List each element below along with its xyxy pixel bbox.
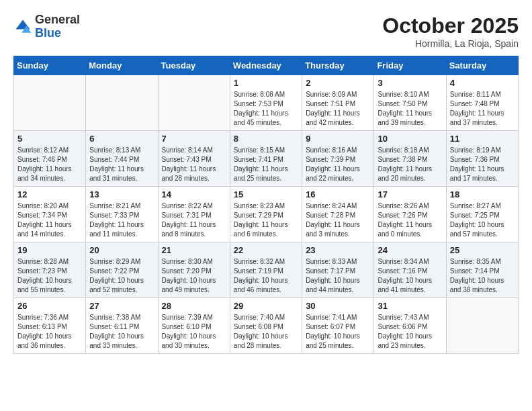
day-info: Sunrise: 8:08 AM Sunset: 7:53 PM Dayligh… <box>234 90 298 128</box>
logo-text: General Blue <box>35 13 80 40</box>
title-block: October 2025 Hormilla, La Rioja, Spain <box>382 13 519 49</box>
day-number: 26 <box>17 301 82 311</box>
calendar-table: SundayMondayTuesdayWednesdayThursdayFrid… <box>13 56 519 354</box>
calendar-cell: 8Sunrise: 8:15 AM Sunset: 7:41 PM Daylig… <box>230 131 302 187</box>
weekday-header: Wednesday <box>230 56 302 75</box>
calendar-cell: 23Sunrise: 8:33 AM Sunset: 7:17 PM Dayli… <box>302 242 374 298</box>
day-info: Sunrise: 8:09 AM Sunset: 7:51 PM Dayligh… <box>306 90 370 128</box>
day-number: 2 <box>306 78 370 88</box>
calendar-cell: 1Sunrise: 8:08 AM Sunset: 7:53 PM Daylig… <box>230 75 302 131</box>
day-info: Sunrise: 8:21 AM Sunset: 7:33 PM Dayligh… <box>89 201 154 239</box>
calendar-week-row: 19Sunrise: 8:28 AM Sunset: 7:23 PM Dayli… <box>14 242 519 298</box>
calendar-cell <box>158 75 230 131</box>
calendar-week-row: 12Sunrise: 8:20 AM Sunset: 7:34 PM Dayli… <box>14 187 519 242</box>
weekday-header-row: SundayMondayTuesdayWednesdayThursdayFrid… <box>14 56 519 75</box>
calendar-week-row: 1Sunrise: 8:08 AM Sunset: 7:53 PM Daylig… <box>14 75 519 131</box>
calendar-cell: 31Sunrise: 7:43 AM Sunset: 6:06 PM Dayli… <box>374 298 446 354</box>
calendar-cell <box>86 75 158 131</box>
day-number: 30 <box>306 301 370 311</box>
day-info: Sunrise: 8:24 AM Sunset: 7:28 PM Dayligh… <box>306 201 370 239</box>
calendar-cell: 6Sunrise: 8:13 AM Sunset: 7:44 PM Daylig… <box>86 131 158 187</box>
calendar-cell: 28Sunrise: 7:39 AM Sunset: 6:10 PM Dayli… <box>158 298 230 354</box>
calendar-cell <box>14 75 86 131</box>
day-number: 19 <box>17 245 82 255</box>
day-info: Sunrise: 8:30 AM Sunset: 7:20 PM Dayligh… <box>162 257 226 295</box>
calendar-cell: 9Sunrise: 8:16 AM Sunset: 7:39 PM Daylig… <box>302 131 374 187</box>
day-info: Sunrise: 8:16 AM Sunset: 7:39 PM Dayligh… <box>306 146 370 183</box>
calendar-cell: 19Sunrise: 8:28 AM Sunset: 7:23 PM Dayli… <box>14 242 86 298</box>
day-info: Sunrise: 8:32 AM Sunset: 7:19 PM Dayligh… <box>234 257 298 295</box>
weekday-header: Sunday <box>14 56 86 75</box>
calendar-cell <box>446 298 518 354</box>
day-number: 1 <box>234 78 298 88</box>
calendar-cell: 18Sunrise: 8:27 AM Sunset: 7:25 PM Dayli… <box>446 187 518 242</box>
day-number: 21 <box>162 245 226 255</box>
day-number: 15 <box>234 189 298 199</box>
calendar-cell: 12Sunrise: 8:20 AM Sunset: 7:34 PM Dayli… <box>14 187 86 242</box>
calendar-cell: 5Sunrise: 8:12 AM Sunset: 7:46 PM Daylig… <box>14 131 86 187</box>
day-number: 13 <box>89 189 154 199</box>
page-header: General Blue October 2025 Hormilla, La R… <box>13 13 519 49</box>
day-number: 6 <box>89 134 154 144</box>
day-info: Sunrise: 7:40 AM Sunset: 6:08 PM Dayligh… <box>234 313 298 351</box>
calendar-cell: 10Sunrise: 8:18 AM Sunset: 7:38 PM Dayli… <box>374 131 446 187</box>
calendar-cell: 3Sunrise: 8:10 AM Sunset: 7:50 PM Daylig… <box>374 75 446 131</box>
day-number: 24 <box>378 245 442 255</box>
weekday-header: Tuesday <box>158 56 230 75</box>
day-number: 8 <box>234 134 298 144</box>
day-info: Sunrise: 8:13 AM Sunset: 7:44 PM Dayligh… <box>89 146 154 183</box>
calendar-cell: 27Sunrise: 7:38 AM Sunset: 6:11 PM Dayli… <box>86 298 158 354</box>
calendar-week-row: 26Sunrise: 7:36 AM Sunset: 6:13 PM Dayli… <box>14 298 519 354</box>
day-info: Sunrise: 8:12 AM Sunset: 7:46 PM Dayligh… <box>17 146 82 183</box>
calendar-cell: 15Sunrise: 8:23 AM Sunset: 7:29 PM Dayli… <box>230 187 302 242</box>
day-number: 3 <box>378 78 442 88</box>
day-number: 17 <box>378 189 442 199</box>
day-number: 25 <box>450 245 515 255</box>
day-number: 5 <box>17 134 82 144</box>
calendar-cell: 24Sunrise: 8:34 AM Sunset: 7:16 PM Dayli… <box>374 242 446 298</box>
day-number: 9 <box>306 134 370 144</box>
day-info: Sunrise: 8:33 AM Sunset: 7:17 PM Dayligh… <box>306 257 370 295</box>
day-number: 18 <box>450 189 515 199</box>
day-info: Sunrise: 8:27 AM Sunset: 7:25 PM Dayligh… <box>450 201 515 239</box>
day-number: 22 <box>234 245 298 255</box>
day-number: 20 <box>89 245 154 255</box>
calendar-cell: 21Sunrise: 8:30 AM Sunset: 7:20 PM Dayli… <box>158 242 230 298</box>
day-number: 10 <box>378 134 442 144</box>
day-info: Sunrise: 8:35 AM Sunset: 7:14 PM Dayligh… <box>450 257 515 295</box>
calendar-cell: 17Sunrise: 8:26 AM Sunset: 7:26 PM Dayli… <box>374 187 446 242</box>
location: Hormilla, La Rioja, Spain <box>382 38 519 49</box>
day-number: 11 <box>450 134 515 144</box>
calendar-cell: 13Sunrise: 8:21 AM Sunset: 7:33 PM Dayli… <box>86 187 158 242</box>
calendar-cell: 7Sunrise: 8:14 AM Sunset: 7:43 PM Daylig… <box>158 131 230 187</box>
day-number: 4 <box>450 78 515 88</box>
day-info: Sunrise: 8:28 AM Sunset: 7:23 PM Dayligh… <box>17 257 82 295</box>
day-info: Sunrise: 8:19 AM Sunset: 7:36 PM Dayligh… <box>450 146 515 183</box>
day-info: Sunrise: 7:41 AM Sunset: 6:07 PM Dayligh… <box>306 313 370 351</box>
day-info: Sunrise: 7:43 AM Sunset: 6:06 PM Dayligh… <box>378 313 442 351</box>
day-info: Sunrise: 8:22 AM Sunset: 7:31 PM Dayligh… <box>162 201 226 239</box>
calendar-cell: 30Sunrise: 7:41 AM Sunset: 6:07 PM Dayli… <box>302 298 374 354</box>
day-number: 28 <box>162 301 226 311</box>
calendar-cell: 4Sunrise: 8:11 AM Sunset: 7:48 PM Daylig… <box>446 75 518 131</box>
day-number: 7 <box>162 134 226 144</box>
logo: General Blue <box>13 13 80 40</box>
calendar-cell: 14Sunrise: 8:22 AM Sunset: 7:31 PM Dayli… <box>158 187 230 242</box>
day-number: 27 <box>89 301 154 311</box>
calendar-week-row: 5Sunrise: 8:12 AM Sunset: 7:46 PM Daylig… <box>14 131 519 187</box>
day-info: Sunrise: 8:18 AM Sunset: 7:38 PM Dayligh… <box>378 146 442 183</box>
calendar-cell: 2Sunrise: 8:09 AM Sunset: 7:51 PM Daylig… <box>302 75 374 131</box>
day-info: Sunrise: 7:36 AM Sunset: 6:13 PM Dayligh… <box>17 313 82 351</box>
calendar-cell: 26Sunrise: 7:36 AM Sunset: 6:13 PM Dayli… <box>14 298 86 354</box>
calendar-cell: 16Sunrise: 8:24 AM Sunset: 7:28 PM Dayli… <box>302 187 374 242</box>
day-number: 14 <box>162 189 226 199</box>
month-title: October 2025 <box>382 13 519 38</box>
day-info: Sunrise: 8:10 AM Sunset: 7:50 PM Dayligh… <box>378 90 442 128</box>
weekday-header: Monday <box>86 56 158 75</box>
weekday-header: Friday <box>374 56 446 75</box>
day-info: Sunrise: 8:34 AM Sunset: 7:16 PM Dayligh… <box>378 257 442 295</box>
calendar-cell: 11Sunrise: 8:19 AM Sunset: 7:36 PM Dayli… <box>446 131 518 187</box>
calendar-cell: 22Sunrise: 8:32 AM Sunset: 7:19 PM Dayli… <box>230 242 302 298</box>
weekday-header: Saturday <box>446 56 518 75</box>
day-info: Sunrise: 8:15 AM Sunset: 7:41 PM Dayligh… <box>234 146 298 183</box>
